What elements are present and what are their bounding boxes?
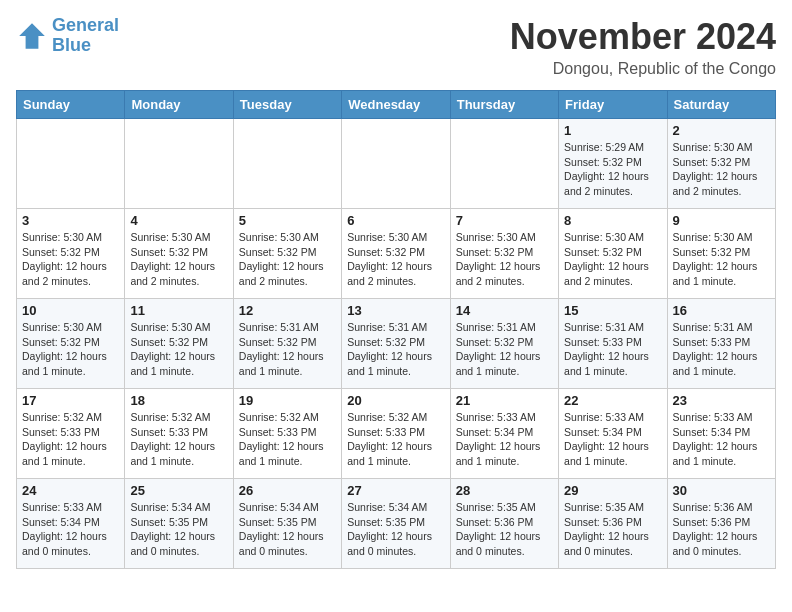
- day-number: 22: [564, 393, 661, 408]
- daylight-text: Daylight: 12 hours and 1 minute.: [673, 350, 758, 377]
- sunset-text: Sunset: 5:32 PM: [673, 246, 751, 258]
- sunrise-text: Sunrise: 5:35 AM: [456, 501, 536, 513]
- day-info: Sunrise: 5:30 AM Sunset: 5:32 PM Dayligh…: [239, 230, 336, 289]
- sunrise-text: Sunrise: 5:30 AM: [456, 231, 536, 243]
- day-cell: 26 Sunrise: 5:34 AM Sunset: 5:35 PM Dayl…: [233, 479, 341, 569]
- day-info: Sunrise: 5:34 AM Sunset: 5:35 PM Dayligh…: [130, 500, 227, 559]
- day-cell: 18 Sunrise: 5:32 AM Sunset: 5:33 PM Dayl…: [125, 389, 233, 479]
- daylight-text: Daylight: 12 hours and 1 minute.: [564, 350, 649, 377]
- day-cell: [17, 119, 125, 209]
- day-cell: 19 Sunrise: 5:32 AM Sunset: 5:33 PM Dayl…: [233, 389, 341, 479]
- page-header: General Blue November 2024 Dongou, Repub…: [16, 16, 776, 78]
- sunset-text: Sunset: 5:36 PM: [673, 516, 751, 528]
- day-number: 4: [130, 213, 227, 228]
- day-cell: 30 Sunrise: 5:36 AM Sunset: 5:36 PM Dayl…: [667, 479, 775, 569]
- sunset-text: Sunset: 5:33 PM: [564, 336, 642, 348]
- week-row-4: 17 Sunrise: 5:32 AM Sunset: 5:33 PM Dayl…: [17, 389, 776, 479]
- sunrise-text: Sunrise: 5:30 AM: [564, 231, 644, 243]
- sunrise-text: Sunrise: 5:34 AM: [239, 501, 319, 513]
- day-number: 25: [130, 483, 227, 498]
- day-cell: 25 Sunrise: 5:34 AM Sunset: 5:35 PM Dayl…: [125, 479, 233, 569]
- month-title: November 2024: [510, 16, 776, 58]
- day-number: 28: [456, 483, 553, 498]
- sunset-text: Sunset: 5:32 PM: [130, 336, 208, 348]
- sunset-text: Sunset: 5:36 PM: [564, 516, 642, 528]
- daylight-text: Daylight: 12 hours and 1 minute.: [673, 440, 758, 467]
- day-info: Sunrise: 5:32 AM Sunset: 5:33 PM Dayligh…: [130, 410, 227, 469]
- sunset-text: Sunset: 5:32 PM: [22, 246, 100, 258]
- daylight-text: Daylight: 12 hours and 1 minute.: [239, 440, 324, 467]
- day-info: Sunrise: 5:32 AM Sunset: 5:33 PM Dayligh…: [239, 410, 336, 469]
- sunrise-text: Sunrise: 5:30 AM: [130, 231, 210, 243]
- week-row-1: 1 Sunrise: 5:29 AM Sunset: 5:32 PM Dayli…: [17, 119, 776, 209]
- day-number: 24: [22, 483, 119, 498]
- day-number: 21: [456, 393, 553, 408]
- day-cell: 14 Sunrise: 5:31 AM Sunset: 5:32 PM Dayl…: [450, 299, 558, 389]
- sunset-text: Sunset: 5:34 PM: [22, 516, 100, 528]
- daylight-text: Daylight: 12 hours and 2 minutes.: [239, 260, 324, 287]
- day-info: Sunrise: 5:31 AM Sunset: 5:32 PM Dayligh…: [239, 320, 336, 379]
- sunrise-text: Sunrise: 5:30 AM: [22, 231, 102, 243]
- day-number: 2: [673, 123, 770, 138]
- sunrise-text: Sunrise: 5:32 AM: [130, 411, 210, 423]
- sunrise-text: Sunrise: 5:31 AM: [673, 321, 753, 333]
- day-cell: 13 Sunrise: 5:31 AM Sunset: 5:32 PM Dayl…: [342, 299, 450, 389]
- day-cell: 20 Sunrise: 5:32 AM Sunset: 5:33 PM Dayl…: [342, 389, 450, 479]
- day-number: 8: [564, 213, 661, 228]
- sunrise-text: Sunrise: 5:34 AM: [130, 501, 210, 513]
- day-number: 19: [239, 393, 336, 408]
- logo-icon: [16, 20, 48, 52]
- sunset-text: Sunset: 5:34 PM: [673, 426, 751, 438]
- daylight-text: Daylight: 12 hours and 2 minutes.: [564, 260, 649, 287]
- day-cell: 12 Sunrise: 5:31 AM Sunset: 5:32 PM Dayl…: [233, 299, 341, 389]
- day-cell: 5 Sunrise: 5:30 AM Sunset: 5:32 PM Dayli…: [233, 209, 341, 299]
- day-cell: 21 Sunrise: 5:33 AM Sunset: 5:34 PM Dayl…: [450, 389, 558, 479]
- day-info: Sunrise: 5:30 AM Sunset: 5:32 PM Dayligh…: [456, 230, 553, 289]
- sunset-text: Sunset: 5:32 PM: [347, 246, 425, 258]
- calendar-table: Sunday Monday Tuesday Wednesday Thursday…: [16, 90, 776, 569]
- daylight-text: Daylight: 12 hours and 2 minutes.: [456, 260, 541, 287]
- day-number: 18: [130, 393, 227, 408]
- sunrise-text: Sunrise: 5:33 AM: [456, 411, 536, 423]
- day-cell: 22 Sunrise: 5:33 AM Sunset: 5:34 PM Dayl…: [559, 389, 667, 479]
- daylight-text: Daylight: 12 hours and 0 minutes.: [564, 530, 649, 557]
- sunrise-text: Sunrise: 5:30 AM: [22, 321, 102, 333]
- sunrise-text: Sunrise: 5:33 AM: [22, 501, 102, 513]
- sunset-text: Sunset: 5:32 PM: [456, 336, 534, 348]
- day-cell: 4 Sunrise: 5:30 AM Sunset: 5:32 PM Dayli…: [125, 209, 233, 299]
- day-info: Sunrise: 5:30 AM Sunset: 5:32 PM Dayligh…: [22, 230, 119, 289]
- logo: General Blue: [16, 16, 119, 56]
- week-row-3: 10 Sunrise: 5:30 AM Sunset: 5:32 PM Dayl…: [17, 299, 776, 389]
- day-number: 7: [456, 213, 553, 228]
- sunrise-text: Sunrise: 5:36 AM: [673, 501, 753, 513]
- daylight-text: Daylight: 12 hours and 1 minute.: [22, 440, 107, 467]
- sunrise-text: Sunrise: 5:33 AM: [564, 411, 644, 423]
- day-cell: 27 Sunrise: 5:34 AM Sunset: 5:35 PM Dayl…: [342, 479, 450, 569]
- week-row-5: 24 Sunrise: 5:33 AM Sunset: 5:34 PM Dayl…: [17, 479, 776, 569]
- sunset-text: Sunset: 5:36 PM: [456, 516, 534, 528]
- daylight-text: Daylight: 12 hours and 1 minute.: [130, 350, 215, 377]
- day-info: Sunrise: 5:30 AM Sunset: 5:32 PM Dayligh…: [347, 230, 444, 289]
- day-info: Sunrise: 5:34 AM Sunset: 5:35 PM Dayligh…: [239, 500, 336, 559]
- daylight-text: Daylight: 12 hours and 2 minutes.: [347, 260, 432, 287]
- day-info: Sunrise: 5:30 AM Sunset: 5:32 PM Dayligh…: [22, 320, 119, 379]
- daylight-text: Daylight: 12 hours and 1 minute.: [347, 440, 432, 467]
- day-info: Sunrise: 5:30 AM Sunset: 5:32 PM Dayligh…: [564, 230, 661, 289]
- sunrise-text: Sunrise: 5:31 AM: [239, 321, 319, 333]
- day-cell: [450, 119, 558, 209]
- day-info: Sunrise: 5:30 AM Sunset: 5:32 PM Dayligh…: [673, 140, 770, 199]
- daylight-text: Daylight: 12 hours and 1 minute.: [456, 440, 541, 467]
- day-number: 29: [564, 483, 661, 498]
- day-cell: 10 Sunrise: 5:30 AM Sunset: 5:32 PM Dayl…: [17, 299, 125, 389]
- daylight-text: Daylight: 12 hours and 1 minute.: [22, 350, 107, 377]
- day-info: Sunrise: 5:34 AM Sunset: 5:35 PM Dayligh…: [347, 500, 444, 559]
- sunset-text: Sunset: 5:32 PM: [130, 246, 208, 258]
- sunrise-text: Sunrise: 5:30 AM: [347, 231, 427, 243]
- day-cell: 23 Sunrise: 5:33 AM Sunset: 5:34 PM Dayl…: [667, 389, 775, 479]
- daylight-text: Daylight: 12 hours and 1 minute.: [564, 440, 649, 467]
- daylight-text: Daylight: 12 hours and 2 minutes.: [564, 170, 649, 197]
- sunrise-text: Sunrise: 5:32 AM: [239, 411, 319, 423]
- day-cell: 8 Sunrise: 5:30 AM Sunset: 5:32 PM Dayli…: [559, 209, 667, 299]
- sunset-text: Sunset: 5:32 PM: [673, 156, 751, 168]
- header-row: Sunday Monday Tuesday Wednesday Thursday…: [17, 91, 776, 119]
